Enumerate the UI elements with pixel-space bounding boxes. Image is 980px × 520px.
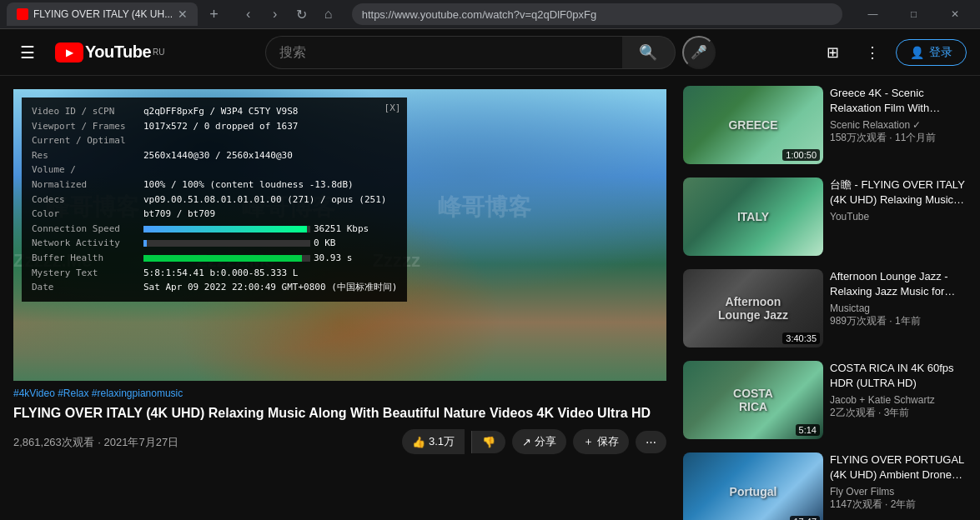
sidebar-item[interactable]: Portugal17:47FLYING OVER PORTUGAL (4K UH… — [680, 449, 973, 520]
sidebar-channel-name: YouTube — [830, 211, 970, 222]
sidebar-video-stats: 158万次观看 · 11个月前 — [830, 131, 970, 145]
url-text: https://www.youtube.com/watch?v=q2qDlF0p… — [362, 8, 596, 21]
view-count: 2,861,263次观看 — [13, 436, 94, 448]
search-button[interactable]: 🔍 — [622, 36, 676, 69]
back-btn[interactable]: ‹ — [237, 2, 260, 26]
thumb-label: COSTA RICA — [718, 387, 788, 413]
minimize-btn[interactable]: — — [854, 2, 892, 27]
sidebar-video-title: Greece 4K - Scenic Relaxation Film With … — [830, 86, 970, 116]
maximize-btn[interactable]: □ — [895, 2, 932, 27]
thumb-label: ITALY — [737, 210, 769, 223]
sidebar-channel-name: Musictag — [830, 302, 970, 314]
sidebar-thumb-2: Afternoon Lounge Jazz3:40:35 — [683, 269, 823, 348]
sidebar-info: Afternoon Lounge Jazz - Relaxing Jazz Mu… — [830, 269, 970, 348]
browser-tab[interactable]: FLYING OVER ITALY (4K UH... ✕ — [7, 2, 198, 26]
publish-date-text: 2021年7月27日 — [104, 436, 179, 448]
forward-btn[interactable]: › — [264, 2, 287, 26]
sidebar-thumb-1: ITALY — [683, 178, 823, 256]
tab-favicon — [17, 8, 28, 20]
sidebar-item[interactable]: GREECE1:00:50Greece 4K - Scenic Relaxati… — [680, 82, 973, 168]
sidebar-video-title: FLYING OVER PORTUGAL (4K UHD) Ambient Dr… — [830, 452, 970, 482]
video-tags[interactable]: #4kVideo #Relax #relaxingpianomusic — [13, 388, 666, 399]
browser-chrome: FLYING OVER ITALY (4K UH... ✕ + ‹ › ↻ ⌂ … — [0, 0, 980, 29]
thumb-duration: 3:40:35 — [782, 332, 820, 344]
thumb-duration: 17:47 — [790, 516, 820, 520]
sign-in-user-icon: 👤 — [910, 46, 924, 59]
video-title: FLYING OVER ITALY (4K UHD) Relaxing Musi… — [13, 404, 666, 422]
video-stats: 2,861,263次观看 · 2021年7月27日 — [13, 434, 178, 450]
sidebar-info: Greece 4K - Scenic Relaxation Film With … — [830, 86, 970, 164]
sidebar-video-stats: 2乙次观看 · 3年前 — [830, 406, 970, 420]
thumb-duration: 5:14 — [796, 424, 820, 436]
new-tab-btn[interactable]: + — [203, 6, 225, 23]
save-label: 保存 — [597, 434, 619, 449]
sidebar-video-stats: 989万次观看 · 1年前 — [830, 314, 970, 328]
thumb-duration: 1:00:50 — [782, 149, 820, 161]
sidebar-channel-name: Fly Over Films — [830, 486, 970, 498]
more-actions-button[interactable]: ⋯ — [636, 431, 666, 453]
youtube-logo-text: YouTube — [85, 42, 151, 62]
save-icon: ＋ — [583, 434, 594, 449]
watermark-3: 峰哥博客 — [438, 192, 531, 223]
youtube-locale: RU — [153, 48, 164, 57]
main-content: 峰哥博客 峰哥博客 峰哥博客 Zzzzz.Me Zzzzz.Me Zzzzz [… — [0, 76, 980, 520]
dislike-icon: 👎 — [482, 436, 495, 448]
tab-close-btn[interactable]: ✕ — [178, 8, 188, 21]
sidebar-item[interactable]: COSTA RICA5:14COSTA RICA IN 4K 60fps HDR… — [680, 358, 973, 442]
like-button[interactable]: 👍 3.1万 — [402, 429, 465, 454]
sidebar: GREECE1:00:50Greece 4K - Scenic Relaxati… — [680, 76, 980, 520]
nav-right: ⊞ ⋮ 👤 登录 — [816, 36, 967, 69]
youtube-logo-icon — [55, 42, 83, 62]
home-btn[interactable]: ⌂ — [317, 2, 340, 26]
sidebar-channel-name: Scenic Relaxation ✓ — [830, 119, 970, 131]
like-count: 3.1万 — [429, 434, 455, 449]
sidebar-video-title: Afternoon Lounge Jazz - Relaxing Jazz Mu… — [830, 269, 970, 299]
video-meta: 2,861,263次观看 · 2021年7月27日 👍 3.1万 👎 ↗ 分享 … — [13, 429, 666, 454]
share-button[interactable]: ↗ 分享 — [512, 429, 566, 454]
share-label: 分享 — [535, 434, 556, 449]
mic-button[interactable]: 🎤 — [682, 36, 716, 69]
thumb-label: Afternoon Lounge Jazz — [718, 295, 788, 322]
like-icon: 👍 — [412, 436, 425, 448]
sidebar-thumb-0: GREECE1:00:50 — [683, 86, 823, 164]
close-btn[interactable]: ✕ — [936, 2, 973, 27]
address-bar[interactable]: https://www.youtube.com/watch?v=q2qDlF0p… — [352, 3, 842, 25]
sidebar-channel-name: Jacob + Katie Schwartz — [830, 394, 970, 406]
window-controls: — □ ✕ — [854, 2, 973, 27]
video-section: 峰哥博客 峰哥博客 峰哥博客 Zzzzz.Me Zzzzz.Me Zzzzz [… — [0, 76, 680, 520]
sidebar-item[interactable]: Afternoon Lounge Jazz3:40:35Afternoon Lo… — [680, 266, 973, 351]
save-button[interactable]: ＋ 保存 — [573, 429, 629, 454]
sign-in-button[interactable]: 👤 登录 — [896, 39, 967, 66]
sidebar-video-title: COSTA RICA IN 4K 60fps HDR (ULTRA HD) — [830, 361, 970, 391]
debug-close-btn[interactable]: [X] — [384, 101, 401, 116]
sidebar-video-stats: 1147次观看 · 2年前 — [830, 498, 970, 512]
search-bar: 🔍 🎤 — [265, 36, 716, 69]
sidebar-item[interactable]: ITALY台瞻 - FLYING OVER ITALY (4K UHD) Rel… — [680, 174, 973, 259]
sign-in-label: 登录 — [929, 45, 952, 60]
browser-controls: ‹ › ↻ ⌂ — [237, 2, 340, 26]
refresh-btn[interactable]: ↻ — [290, 2, 314, 26]
video-player[interactable]: 峰哥博客 峰哥博客 峰哥博客 Zzzzz.Me Zzzzz.Me Zzzzz [… — [13, 89, 666, 381]
sidebar-info: FLYING OVER PORTUGAL (4K UHD) Ambient Dr… — [830, 452, 970, 520]
youtube-logo[interactable]: YouTubeRU — [55, 42, 165, 62]
more-options-icon[interactable]: ⋮ — [856, 36, 889, 69]
debug-overlay: [X] Video ID / sCPNq2qDFF8pxFg / W3P4 C5… — [22, 98, 407, 302]
sidebar-info: COSTA RICA IN 4K 60fps HDR (ULTRA HD)Jac… — [830, 361, 970, 439]
action-buttons: 👍 3.1万 👎 ↗ 分享 ＋ 保存 ⋯ — [402, 429, 666, 454]
tab-title: FLYING OVER ITALY (4K UH... — [33, 8, 173, 20]
youtube-nav: ☰ YouTubeRU 🔍 🎤 ⊞ ⋮ 👤 登录 — [0, 29, 980, 76]
publish-date: · — [98, 436, 103, 448]
sidebar-info: 台瞻 - FLYING OVER ITALY (4K UHD) Relaxing… — [830, 178, 970, 256]
hamburger-menu[interactable]: ☰ — [13, 36, 42, 69]
share-icon: ↗ — [522, 436, 531, 448]
thumb-label: Portugal — [730, 485, 777, 498]
thumb-bg: ITALY — [683, 178, 823, 256]
sidebar-thumb-4: Portugal17:47 — [683, 452, 823, 520]
thumb-label: GREECE — [728, 118, 777, 132]
search-input[interactable] — [265, 36, 622, 69]
sidebar-video-title: 台瞻 - FLYING OVER ITALY (4K UHD) Relaxing… — [830, 178, 970, 208]
apps-icon[interactable]: ⊞ — [816, 36, 849, 69]
thumb-bg: Portugal — [683, 452, 823, 520]
sidebar-thumb-3: COSTA RICA5:14 — [683, 361, 823, 439]
dislike-button[interactable]: 👎 — [471, 431, 505, 453]
